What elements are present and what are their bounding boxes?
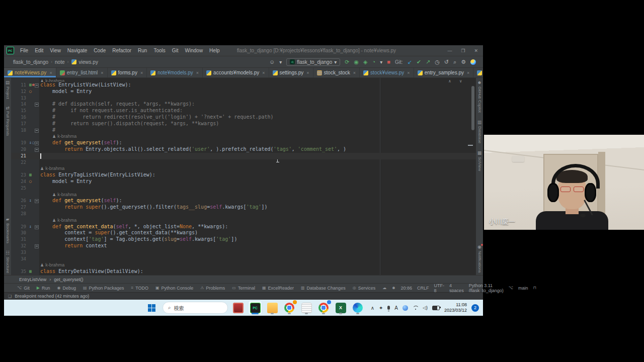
- gutter-icons[interactable]: ○: [29, 178, 40, 185]
- code-line[interactable]: 31 context['tag'] = Tag.objects.get(slug…: [11, 236, 476, 243]
- tab-close-icon[interactable]: ×: [196, 70, 199, 75]
- settings-icon[interactable]: ⚙: [461, 59, 466, 65]
- stripe-item-project[interactable]: ▤Project: [5, 80, 10, 99]
- stop-icon[interactable]: ■: [387, 59, 390, 65]
- taskbar-clock[interactable]: 11:082023/03/12: [444, 302, 467, 314]
- coverage-icon[interactable]: ◈: [363, 59, 367, 65]
- code-line[interactable]: 13: [11, 95, 476, 102]
- tab-stock-views-py[interactable]: stock¥views.py×: [360, 68, 414, 77]
- gutter-icons[interactable]: ○: [29, 88, 40, 95]
- fold-marker[interactable]: [35, 225, 39, 229]
- menu-tools[interactable]: Tools: [150, 47, 168, 54]
- fold-marker[interactable]: [35, 83, 39, 87]
- fold-marker[interactable]: [35, 141, 39, 145]
- update-icon[interactable]: ↙: [407, 59, 412, 65]
- tab-comment-samples-py[interactable]: comment_samples.py×: [473, 68, 483, 77]
- tab-entry-samples-py[interactable]: entry_samples.py×: [414, 68, 474, 77]
- code-text[interactable]: context = super().get_context_data(**kwa…: [11, 230, 198, 236]
- battery-icon[interactable]: [432, 306, 440, 310]
- model-gutter-icon[interactable]: ▦: [29, 172, 32, 177]
- microphone-tray-icon[interactable]: [387, 306, 390, 310]
- menu-code[interactable]: Code: [91, 47, 109, 54]
- breadcrumb-flask-to-django[interactable]: flask_to_django: [13, 59, 48, 65]
- override-gutter-icon[interactable]: ↥: [29, 224, 32, 229]
- code-line[interactable]: 25: [11, 185, 476, 192]
- code-line[interactable]: 32 return context: [11, 243, 476, 249]
- profiler-icon[interactable]: ◔: [372, 59, 376, 65]
- wifi-icon[interactable]: [413, 306, 418, 310]
- tab-close-icon[interactable]: ×: [353, 70, 356, 75]
- annotation-text[interactable]: ♟k-brahma: [11, 78, 64, 82]
- tab-note-views-py[interactable]: note¥views.py×: [4, 68, 56, 77]
- toolwindow-debug[interactable]: ◉Debug: [57, 286, 76, 291]
- model-gutter-icon[interactable]: ▦: [29, 269, 32, 274]
- code-line[interactable]: 29↥ def get_context_data(self, *, object…: [11, 224, 476, 230]
- status-message[interactable]: Breakpoint reached (42 minutes ago): [15, 294, 89, 299]
- code-line[interactable]: 11▦●class EntryListView(ListView):: [11, 82, 476, 88]
- annotation-text[interactable]: ♟k-brahma: [11, 217, 76, 224]
- chevron-down-icon[interactable]: ▾: [380, 59, 382, 65]
- code-line[interactable]: 16 # return redirect(resolve_url('login'…: [11, 114, 476, 121]
- user-icon[interactable]: ☺: [269, 59, 275, 65]
- breadcrumb-views-py[interactable]: views.py: [79, 59, 98, 65]
- code-line[interactable]: 35▦class EntryDetailView(DetailView):: [11, 268, 476, 275]
- tab-close-icon[interactable]: ×: [467, 70, 469, 75]
- stripe-item-pull-requests[interactable]: ⇅Pull Requests: [5, 106, 10, 136]
- menu-file[interactable]: File: [17, 47, 31, 54]
- code-line[interactable]: 19↥○ def get_queryset(self):: [11, 140, 476, 146]
- code-line[interactable]: 34: [11, 256, 476, 262]
- status-20-86[interactable]: 20:86: [401, 286, 413, 291]
- face-icon[interactable]: ☻: [391, 286, 395, 290]
- attr-gutter-icon[interactable]: ○: [29, 179, 32, 184]
- status-python-3-11-flask-to-django[interactable]: Python 3.11 (flask_to_django): [469, 283, 504, 293]
- stripe-item-structure[interactable]: ☷Structure: [5, 250, 10, 273]
- annotation-text[interactable]: ♟k-brahma: [11, 165, 64, 172]
- code-line[interactable]: 22: [11, 159, 476, 166]
- toolwindow-todo[interactable]: ≡TODO: [131, 286, 149, 291]
- bottom-breadcrumb-entrylistview[interactable]: EntryListView: [19, 277, 46, 282]
- stripe-item-database[interactable]: ▥Database: [477, 120, 482, 143]
- tab-entry-list-html[interactable]: entry_list.html×: [56, 68, 108, 77]
- branch-icon[interactable]: ⌥: [509, 286, 513, 290]
- menu-window[interactable]: Window: [182, 47, 206, 54]
- stripe-item-bookmarks[interactable]: ▰Bookmarks: [5, 217, 10, 243]
- menu-view[interactable]: View: [47, 47, 64, 54]
- start-button[interactable]: [144, 302, 159, 314]
- status-main[interactable]: main: [518, 286, 528, 291]
- code-line[interactable]: 12○ model = Entry: [11, 88, 476, 95]
- taskbar-app-excel[interactable]: X: [334, 301, 348, 315]
- menu-git[interactable]: Git: [169, 47, 182, 54]
- bottom-breadcrumb-get-queryset[interactable]: get_queryset(): [54, 277, 83, 282]
- code-line[interactable]: 27 return super().get_queryset().filter(…: [11, 204, 476, 211]
- toolwindow-python-packages[interactable]: ▤Python Packages: [83, 286, 124, 291]
- code-line[interactable]: 21: [11, 153, 476, 159]
- taskbar-app-chrome-profile-orange[interactable]: [282, 301, 296, 315]
- tab-close-icon[interactable]: ×: [306, 70, 309, 75]
- lock-icon[interactable]: ⊓: [533, 286, 536, 290]
- code-line[interactable]: 17 # return super().dispatch(request, *a…: [11, 121, 476, 127]
- code-line[interactable]: 18 #: [11, 127, 476, 134]
- notification-count-badge[interactable]: 2: [471, 304, 479, 312]
- event-log-icon[interactable]: ❏: [8, 294, 12, 299]
- tab-settings-py[interactable]: settings.py×: [269, 68, 313, 77]
- close-button[interactable]: ✕: [474, 48, 478, 53]
- volume-icon[interactable]: ◁): [423, 305, 428, 310]
- toolwindow-services[interactable]: ◎Services: [353, 286, 376, 291]
- tab-close-icon[interactable]: ×: [262, 70, 265, 75]
- code-line[interactable]: 20 return Entry.objects.all().select_rel…: [11, 146, 476, 153]
- status-utf-8[interactable]: UTF-8: [434, 283, 445, 293]
- stripe-item-notifications[interactable]: ◉Notifications: [477, 244, 482, 273]
- toolwindow-database-changes[interactable]: ▥Database Changes: [301, 286, 346, 291]
- rerun-icon[interactable]: ⟳: [345, 59, 349, 65]
- tab-accounts-models-py[interactable]: accounts¥models.py×: [203, 68, 269, 77]
- toolwindow-problems[interactable]: ⚠Problems: [200, 286, 225, 291]
- gutter-icons[interactable]: ▦: [29, 172, 40, 178]
- toolwindow-excelreader[interactable]: ▦ExcelReader: [262, 286, 294, 291]
- menu-run[interactable]: Run: [135, 47, 150, 54]
- code-text[interactable]: def get_context_data(self, *, object_lis…: [11, 224, 228, 230]
- taskbar-app-chrome-profile-blue[interactable]: [316, 301, 331, 315]
- taskbar-app-edge[interactable]: [351, 301, 365, 315]
- code-line[interactable]: 23▦class EntryTagListView(EntryListView)…: [11, 172, 476, 178]
- fold-marker[interactable]: [35, 199, 39, 203]
- history-icon[interactable]: ◷: [435, 59, 440, 65]
